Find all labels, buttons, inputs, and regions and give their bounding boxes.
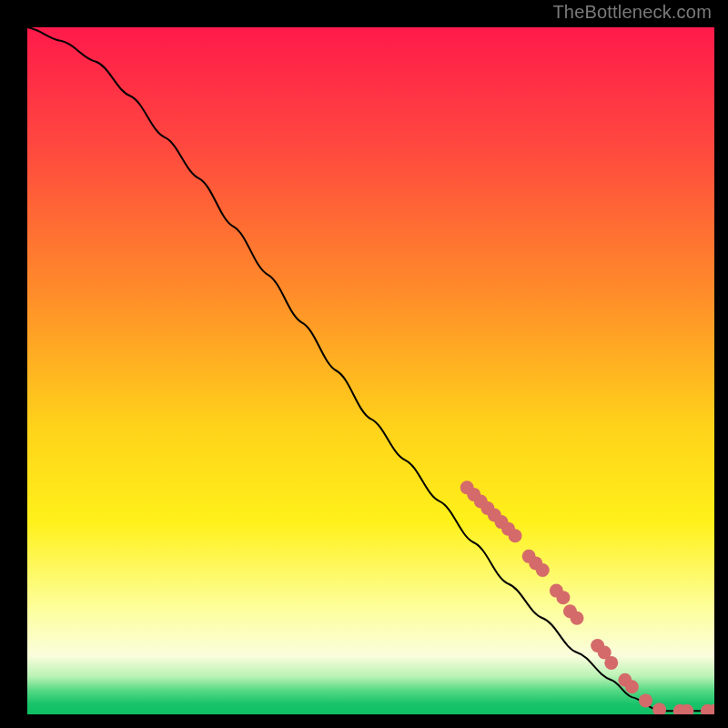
marker-point — [639, 693, 652, 707]
marker-point — [556, 591, 570, 604]
chart-svg — [27, 27, 714, 714]
marker-point — [571, 612, 584, 625]
marker-point — [604, 656, 618, 670]
plot-area — [27, 27, 714, 714]
gradient-background — [27, 27, 714, 714]
marker-point — [536, 563, 550, 577]
marker-point — [625, 680, 639, 693]
marker-point — [509, 529, 522, 542]
chart-container: TheBottleneck.com — [0, 0, 728, 728]
attribution-text: TheBottleneck.com — [552, 2, 712, 23]
